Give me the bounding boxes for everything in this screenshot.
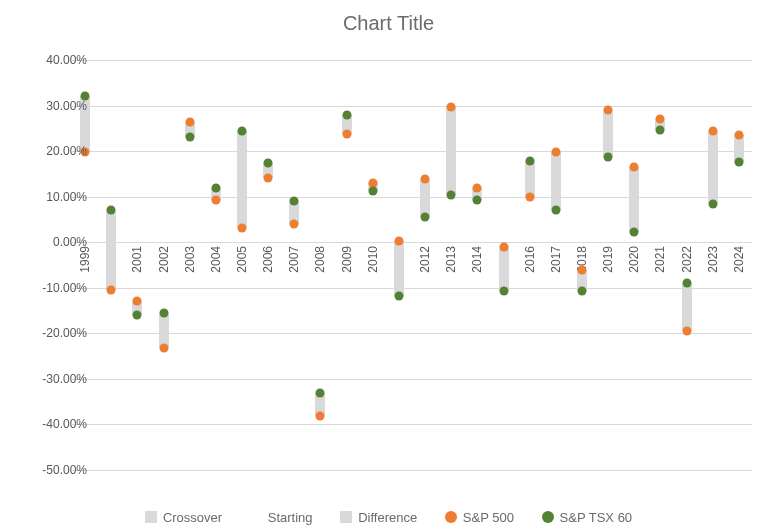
tsx-marker: [238, 126, 247, 135]
sp500-marker: [656, 115, 665, 124]
difference-bar: [394, 241, 404, 295]
x-tick-label: 2014: [470, 246, 484, 273]
gridline: [72, 151, 752, 152]
legend-label: Crossover: [163, 510, 222, 525]
difference-bar: [499, 247, 509, 292]
sp500-marker: [264, 174, 273, 183]
sp500-marker: [734, 131, 743, 140]
legend-label: Difference: [358, 510, 417, 525]
x-tick-label: 2001: [130, 246, 144, 273]
tsx-marker: [525, 156, 534, 165]
sp500-marker: [159, 344, 168, 353]
plot-area: 1999200020012002200320042005200620072008…: [72, 60, 752, 470]
gridline: [72, 106, 752, 107]
y-tick-label: -10.00%: [27, 281, 87, 295]
x-tick-label: 2019: [601, 246, 615, 273]
sp500-marker: [421, 175, 430, 184]
difference-bar: [708, 131, 718, 204]
gridline: [72, 60, 752, 61]
x-tick-label: 2020: [627, 246, 641, 273]
y-tick-label: -20.00%: [27, 326, 87, 340]
legend-item-sp500: S&P 500: [445, 510, 514, 525]
sp500-marker: [316, 412, 325, 421]
legend-item-crossover: Crossover: [145, 510, 222, 525]
legend-item-tsx: S&P TSX 60: [542, 510, 633, 525]
x-tick-label: 2003: [183, 246, 197, 273]
y-tick-label: 0.00%: [27, 235, 87, 249]
y-tick-label: 10.00%: [27, 190, 87, 204]
tsx-marker: [734, 157, 743, 166]
tsx-marker: [107, 206, 116, 215]
x-tick-label: 2002: [157, 246, 171, 273]
legend-label: S&P 500: [463, 510, 514, 525]
x-tick-label: 2009: [340, 246, 354, 273]
difference-bar: [446, 107, 456, 195]
y-tick-label: -50.00%: [27, 463, 87, 477]
tsx-marker: [316, 388, 325, 397]
tsx-marker: [421, 213, 430, 222]
tsx-marker: [394, 291, 403, 300]
sp500-marker: [630, 163, 639, 172]
difference-bar: [106, 210, 116, 290]
legend: Crossover Starting Difference S&P 500 S&…: [0, 510, 777, 527]
x-tick-label: 2006: [261, 246, 275, 273]
difference-bar: [420, 179, 430, 217]
tsx-marker: [185, 132, 194, 141]
x-tick-label: 2021: [653, 246, 667, 273]
legend-item-starting: Starting: [250, 510, 313, 525]
sp500-marker: [447, 102, 456, 111]
sp500-marker: [133, 297, 142, 306]
sp500-marker: [290, 220, 299, 229]
x-tick-label: 2010: [366, 246, 380, 273]
tsx-marker: [264, 159, 273, 168]
gridline: [72, 197, 752, 198]
tsx-marker: [211, 184, 220, 193]
tsx-marker: [682, 279, 691, 288]
legend-item-difference: Difference: [340, 510, 417, 525]
gridline: [72, 242, 752, 243]
x-tick-label: 2013: [444, 246, 458, 273]
y-tick-label: 30.00%: [27, 99, 87, 113]
difference-bar: [629, 167, 639, 232]
x-tick-label: 2005: [235, 246, 249, 273]
y-tick-label: -30.00%: [27, 372, 87, 386]
x-tick-label: 2024: [732, 246, 746, 273]
tsx-marker: [447, 191, 456, 200]
tsx-marker: [578, 287, 587, 296]
sp500-marker: [107, 286, 116, 295]
tsx-marker: [133, 311, 142, 320]
legend-label: Starting: [268, 510, 313, 525]
sp500-marker: [525, 193, 534, 202]
tsx-marker: [368, 187, 377, 196]
y-tick-label: 40.00%: [27, 53, 87, 67]
y-tick-label: -40.00%: [27, 417, 87, 431]
sp500-marker: [604, 106, 613, 115]
sp500-marker: [238, 223, 247, 232]
sp500-marker: [185, 117, 194, 126]
x-tick-label: 2007: [287, 246, 301, 273]
tsx-marker: [499, 287, 508, 296]
sp500-marker: [578, 265, 587, 274]
sp500-marker: [342, 129, 351, 138]
chart-title: Chart Title: [0, 0, 777, 35]
gridline: [72, 424, 752, 425]
gridline: [72, 379, 752, 380]
tsx-marker: [604, 152, 613, 161]
difference-bar: [603, 110, 613, 156]
x-tick-label: 2004: [209, 246, 223, 273]
x-tick-label: 2023: [706, 246, 720, 273]
x-tick-label: 2016: [523, 246, 537, 273]
y-tick-label: 20.00%: [27, 144, 87, 158]
x-tick-label: 2008: [313, 246, 327, 273]
sp500-marker: [473, 184, 482, 193]
x-tick-label: 2022: [680, 246, 694, 273]
sp500-marker: [682, 327, 691, 336]
difference-bar: [237, 131, 247, 228]
tsx-marker: [551, 206, 560, 215]
gridline: [72, 288, 752, 289]
sp500-marker: [394, 237, 403, 246]
x-tick-label: 2017: [549, 246, 563, 273]
gridline: [72, 333, 752, 334]
gridline: [72, 470, 752, 471]
sp500-marker: [708, 126, 717, 135]
